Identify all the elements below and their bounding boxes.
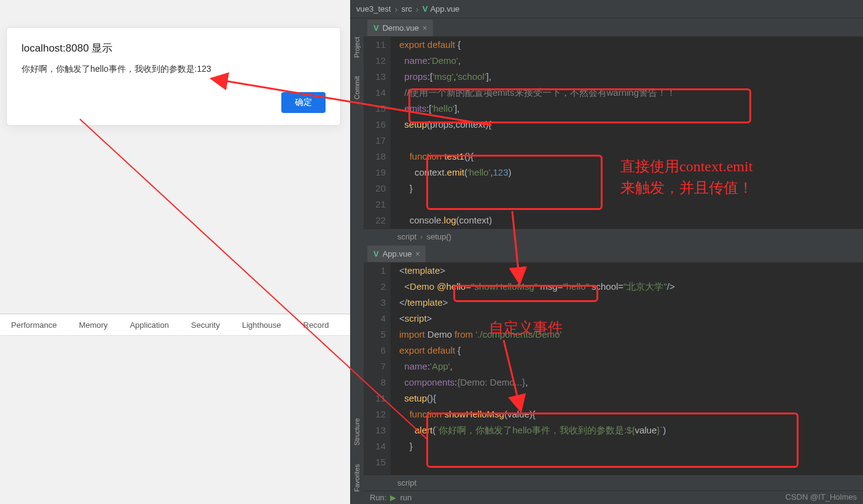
tab-label: Demo.vue (383, 23, 419, 33)
watermark: CSDN @IT_Holmes (786, 492, 857, 502)
toolstrip-left: Project Commit Structure Favorites (350, 18, 364, 504)
crumb-script[interactable]: script (397, 232, 416, 241)
chevron-right-icon: › (420, 232, 423, 241)
tab-demo-vue[interactable]: V Demo.vue × (367, 20, 433, 36)
annotation-text: 来触发，并且传值！ (620, 178, 753, 199)
alert-message: 你好啊，你触发了hello事件，我收到的参数是:123 (21, 64, 326, 75)
annotation-text: 自定义事件 (489, 318, 563, 339)
breadcrumb-file[interactable]: App.vue (430, 4, 459, 14)
close-icon[interactable]: × (423, 24, 427, 33)
annotation-text: 直接使用context.emit (620, 157, 752, 177)
chevron-right-icon: › (394, 4, 397, 14)
ide-panel: vue3_test › src › V App.vue Project Comm… (350, 0, 863, 504)
alert-ok-button[interactable]: 确定 (281, 92, 326, 113)
devtools-tab-security[interactable]: Security (180, 314, 231, 335)
editor-crumb-top: script › setup() (364, 228, 863, 244)
tab-app-vue[interactable]: V App.vue × (367, 246, 426, 262)
play-icon[interactable]: ▶ (390, 493, 396, 502)
run-label: Run: (370, 493, 386, 502)
code-area[interactable]: export default { name:'Demo', props:['ms… (391, 37, 863, 228)
alert-title: localhost:8080 显示 (21, 41, 326, 55)
crumb-script[interactable]: script (397, 478, 416, 487)
line-gutter: 111213141516171819202122 (364, 37, 391, 228)
line-gutter: 123456781112131415 (364, 263, 391, 475)
browser-alert: localhost:8080 显示 你好啊，你触发了hello事件，我收到的参数… (6, 27, 341, 126)
editor-bottom[interactable]: 123456781112131415 <template> <Demo @hel… (364, 263, 863, 475)
devtools-tab-performance[interactable]: Performance (0, 314, 68, 335)
vue-icon: V (373, 249, 379, 258)
devtools-tab-memory[interactable]: Memory (68, 314, 119, 335)
crumb-setup[interactable]: setup() (426, 232, 451, 241)
tool-commit[interactable]: Commit (353, 76, 361, 99)
vue-icon: V (373, 23, 379, 33)
editor-crumb-bottom: script (364, 475, 863, 490)
tool-project[interactable]: Project (353, 37, 361, 58)
devtools-tabbar: Performance Memory Application Security … (0, 314, 350, 336)
editor-tabs-top: V Demo.vue × (364, 18, 863, 37)
tool-structure[interactable]: Structure (353, 418, 361, 446)
vue-icon: V (423, 4, 428, 14)
breadcrumb-folder[interactable]: src (401, 4, 412, 14)
chevron-right-icon: › (416, 4, 419, 14)
breadcrumb-project[interactable]: vue3_test (356, 4, 391, 14)
devtools-tab-application[interactable]: Application (119, 314, 180, 335)
close-icon[interactable]: × (415, 250, 420, 258)
code-area[interactable]: <template> <Demo @hello="showHelloMsg" m… (391, 263, 863, 475)
browser-panel: localhost:8080 显示 你好啊，你触发了hello事件，我收到的参数… (0, 0, 350, 504)
devtools-tab-record[interactable]: Record (292, 314, 340, 335)
editor-top[interactable]: 111213141516171819202122 export default … (364, 37, 863, 228)
editor-tabs-bottom: V App.vue × (364, 244, 863, 263)
tool-favorites[interactable]: Favorites (353, 464, 361, 492)
tab-label: App.vue (383, 249, 412, 258)
run-config[interactable]: run (400, 493, 412, 502)
devtools-tab-lighthouse[interactable]: Lighthouse (231, 314, 292, 335)
breadcrumb: vue3_test › src › V App.vue (350, 0, 863, 18)
